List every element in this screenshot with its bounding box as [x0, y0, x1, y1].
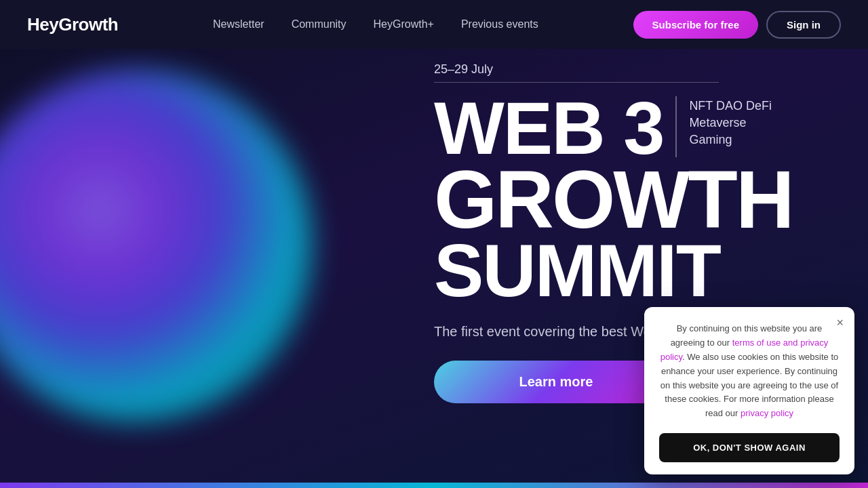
navbar: HeyGrowth Newsletter Community HeyGrowth… [0, 0, 868, 49]
cookie-text: By continuing on this website you are ag… [659, 322, 840, 421]
divider-line [434, 82, 719, 83]
subscribe-button[interactable]: Subscribe for free [633, 11, 758, 39]
nft-tags: NFT DAO DeFi Metaverse Gaming [689, 91, 772, 147]
decorative-orb [0, 69, 312, 422]
nft-tag-0: NFT DAO DeFi [689, 99, 772, 113]
nav-link-heygrowthplus[interactable]: HeyGrowth+ [374, 18, 434, 30]
cookie-privacy-link[interactable]: privacy policy [741, 408, 793, 418]
nft-tag-1: Metaverse [689, 116, 772, 130]
cookie-popup: × By continuing on this website you are … [644, 307, 854, 474]
nav-link-newsletter[interactable]: Newsletter [213, 18, 264, 30]
nav-link-community[interactable]: Community [292, 18, 347, 30]
nav-links: Newsletter Community HeyGrowth+ Previous… [213, 18, 538, 30]
bottom-accent-bar [0, 483, 868, 488]
nft-tag-2: Gaming [689, 133, 772, 147]
site-logo: HeyGrowth [27, 14, 118, 35]
title-growth: GROWTH [434, 159, 854, 240]
cookie-close-button[interactable]: × [836, 317, 844, 329]
nav-link-previous-events[interactable]: Previous events [461, 18, 538, 30]
cookie-dismiss-button[interactable]: OK, DON'T SHOW AGAIN [659, 433, 840, 462]
signin-button[interactable]: Sign in [766, 11, 841, 39]
event-date: 25–29 July [434, 62, 854, 77]
title-border [675, 96, 677, 157]
nav-actions: Subscribe for free Sign in [633, 11, 841, 39]
learn-more-button[interactable]: Learn more [434, 361, 678, 403]
